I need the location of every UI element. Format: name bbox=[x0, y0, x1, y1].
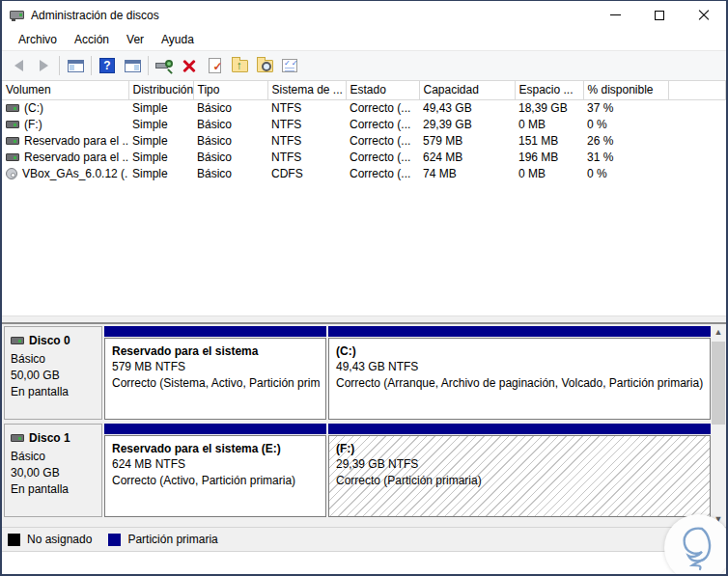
menu-ayuda[interactable]: Ayuda bbox=[153, 30, 203, 49]
volume-capacity: 579 MB bbox=[419, 132, 515, 149]
col-header-volumen[interactable]: Volumen bbox=[2, 81, 128, 99]
maximize-button[interactable] bbox=[637, 1, 682, 29]
volume-pct: 0 % bbox=[583, 165, 668, 181]
partition-size: 49,43 GB NTFS bbox=[336, 359, 710, 375]
menu-bar: Archivo Acción Ver Ayuda bbox=[2, 29, 726, 51]
forward-icon bbox=[40, 60, 48, 71]
show-action-pane-button[interactable] bbox=[120, 54, 145, 77]
menu-ver[interactable]: Ver bbox=[118, 30, 153, 49]
scroll-up-icon[interactable]: ▲ bbox=[711, 324, 726, 340]
disk-0-label[interactable]: Disco 0 Básico 50,00 GB En pantalla bbox=[4, 326, 102, 420]
close-button[interactable] bbox=[682, 1, 726, 29]
primary-partition-bar bbox=[104, 424, 326, 434]
status-bar bbox=[2, 552, 726, 574]
volume-type: Básico bbox=[193, 149, 267, 165]
disk-row-1: Disco 1 Básico 30,00 GB En pantalla Rese… bbox=[4, 424, 711, 517]
partition-name: (F:) bbox=[336, 441, 710, 456]
graph-scrollbar: ▲ ▼ bbox=[711, 324, 726, 527]
partition-disk1-e[interactable]: Reservado para el sistema (E:) 624 MB NT… bbox=[104, 424, 326, 517]
volume-type: Básico bbox=[193, 99, 267, 116]
delete-volume-button[interactable] bbox=[177, 54, 202, 77]
toolbar-separator bbox=[91, 56, 92, 75]
volume-type: Básico bbox=[193, 132, 267, 149]
view-options-button[interactable] bbox=[277, 54, 302, 77]
forward-button[interactable] bbox=[31, 54, 56, 77]
legend-label-primary: Partición primaria bbox=[127, 533, 217, 546]
disk-type: Básico bbox=[11, 449, 96, 465]
table-row[interactable]: (C:) Simple Básico NTFS Correcto (... 49… bbox=[2, 99, 726, 116]
volume-type: Básico bbox=[193, 165, 267, 181]
table-row[interactable]: VBox_GAs_6.0.12 (... Simple Básico CDFS … bbox=[2, 165, 726, 181]
volume-fs: NTFS bbox=[267, 116, 346, 132]
disk-type: Básico bbox=[11, 351, 96, 368]
partition-disk1-f-selected[interactable]: (F:) 29,39 GB NTFS Correcto (Partición p… bbox=[328, 424, 711, 517]
volume-free: 0 MB bbox=[515, 165, 583, 181]
back-icon bbox=[14, 60, 23, 71]
disk-icon bbox=[11, 434, 24, 442]
col-header-espacio[interactable]: Espacio ... bbox=[515, 81, 583, 99]
table-row[interactable]: (F:) Simple Básico NTFS Correcto (... 29… bbox=[2, 116, 726, 132]
primary-partition-bar bbox=[328, 424, 711, 434]
volume-status: Correcto (... bbox=[346, 165, 419, 181]
volume-layout: Simple bbox=[128, 99, 193, 116]
back-button[interactable] bbox=[6, 54, 31, 77]
show-action-pane-icon bbox=[125, 60, 141, 72]
volume-name: (C:) bbox=[24, 101, 43, 115]
table-row[interactable]: Reservado para el ... Simple Básico NTFS… bbox=[2, 149, 726, 165]
volume-fs: NTFS bbox=[267, 99, 346, 116]
volume-fs: CDFS bbox=[267, 165, 346, 181]
partition-disk0-c[interactable]: (C:) 49,43 GB NTFS Correcto (Arranque, A… bbox=[328, 326, 711, 420]
col-header-capacidad[interactable]: Capacidad bbox=[419, 81, 515, 99]
checklist-icon bbox=[282, 59, 297, 72]
partition-size: 624 MB NTFS bbox=[112, 456, 325, 473]
col-header-distribucion[interactable]: Distribución bbox=[128, 81, 193, 99]
cd-icon bbox=[6, 168, 17, 179]
menu-archivo[interactable]: Archivo bbox=[10, 30, 66, 49]
partition-size: 579 MB NTFS bbox=[112, 359, 325, 375]
toolbar: ? bbox=[2, 51, 726, 81]
help-button[interactable]: ? bbox=[95, 54, 120, 77]
close-icon bbox=[698, 10, 710, 21]
volume-capacity: 74 MB bbox=[419, 165, 515, 181]
volume-name: Reservado para el ... bbox=[24, 151, 128, 164]
minimize-button[interactable] bbox=[593, 1, 637, 29]
table-header-row: Volumen Distribución Tipo Sistema de ...… bbox=[2, 81, 726, 99]
partition-status: Correcto (Activo, Partición primaria) bbox=[112, 473, 325, 489]
volume-free: 18,39 GB bbox=[515, 99, 583, 116]
partition-name: (C:) bbox=[336, 343, 710, 359]
pane-splitter[interactable] bbox=[2, 315, 726, 324]
volume-capacity: 624 MB bbox=[419, 149, 515, 165]
disk-size: 50,00 GB bbox=[11, 368, 96, 384]
col-header-sistema[interactable]: Sistema de ... bbox=[267, 81, 346, 99]
table-row[interactable]: Reservado para el ... Simple Básico NTFS… bbox=[2, 132, 726, 149]
window-title: Administración de discos bbox=[31, 9, 593, 22]
volume-free: 151 MB bbox=[515, 132, 583, 149]
properties-button[interactable] bbox=[202, 54, 227, 77]
volume-fs: NTFS bbox=[267, 132, 346, 149]
menu-accion[interactable]: Acción bbox=[66, 30, 118, 49]
primary-partition-bar bbox=[328, 326, 711, 337]
disk-1-label[interactable]: Disco 1 Básico 30,00 GB En pantalla bbox=[4, 424, 102, 517]
volume-free: 196 MB bbox=[515, 149, 583, 165]
rescan-disks-button[interactable] bbox=[152, 54, 177, 77]
partition-name: Reservado para el sistema (E:) bbox=[112, 441, 325, 456]
app-disk-icon bbox=[10, 8, 25, 23]
volume-layout: Simple bbox=[128, 132, 193, 149]
volume-status: Correcto (... bbox=[346, 149, 419, 165]
col-header-estado[interactable]: Estado bbox=[346, 81, 419, 99]
scrollbar-track[interactable] bbox=[711, 340, 726, 511]
show-console-tree-button[interactable] bbox=[63, 54, 88, 77]
partition-name: Reservado para el sistema bbox=[112, 343, 325, 359]
col-header-disponible[interactable]: % disponible bbox=[583, 81, 668, 99]
folder-up-button[interactable] bbox=[227, 54, 252, 77]
volume-status: Correcto (... bbox=[346, 99, 419, 116]
folder-search-button[interactable] bbox=[252, 54, 277, 77]
volume-free: 0 MB bbox=[515, 116, 583, 132]
col-header-tipo[interactable]: Tipo bbox=[193, 81, 267, 99]
disk-icon bbox=[6, 137, 19, 145]
volume-table: Volumen Distribución Tipo Sistema de ...… bbox=[2, 81, 726, 181]
scrollbar-thumb[interactable] bbox=[712, 342, 725, 425]
volume-fs: NTFS bbox=[267, 149, 346, 165]
partition-disk0-reserved[interactable]: Reservado para el sistema 579 MB NTFS Co… bbox=[104, 326, 326, 420]
primary-partition-bar bbox=[104, 326, 326, 337]
